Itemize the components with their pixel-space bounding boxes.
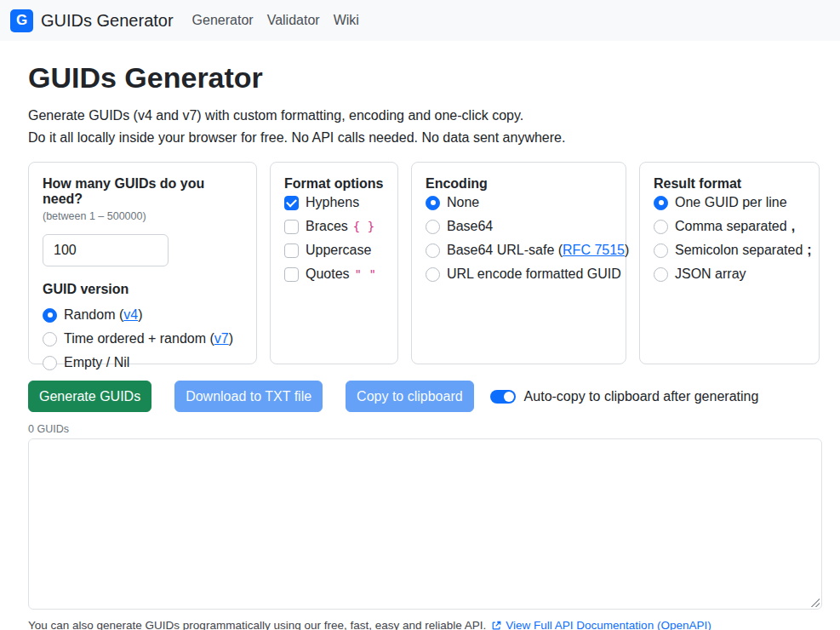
version-option-random-v4: Random (v4) xyxy=(43,307,243,323)
semicolon-symbol: ; xyxy=(807,243,811,258)
radio-comma-separated[interactable] xyxy=(654,220,668,234)
result-option-comma: Comma separated , xyxy=(654,219,805,234)
result-option-label: Comma separated xyxy=(675,219,787,234)
format-option-hyphens: Hyphens xyxy=(284,195,384,210)
format-option-label: Braces xyxy=(306,219,348,234)
result-option-semicolon: Semicolon separated ; xyxy=(654,243,805,258)
rfc-7515-link[interactable]: RFC 7515 xyxy=(563,243,625,257)
subtitle-line-2: Do it all locally inside your browser fo… xyxy=(28,127,822,149)
count-card-title: How many GUIDs do you need? xyxy=(43,176,243,207)
nav-link-validator[interactable]: Validator xyxy=(260,6,327,35)
radio-encoding-base64[interactable] xyxy=(426,220,440,234)
encoding-option-base64-urlsafe: Base64 URL-safe (RFC 7515) xyxy=(426,243,612,258)
nav-link-wiki[interactable]: Wiki xyxy=(327,6,366,35)
generate-guids-button[interactable]: Generate GUIDs xyxy=(28,381,151,412)
radio-one-guid-per-line[interactable] xyxy=(654,196,668,210)
guid-count-input[interactable] xyxy=(43,234,169,266)
format-option-uppercase: Uppercase xyxy=(284,243,384,258)
format-option-label: Uppercase xyxy=(306,243,371,258)
format-option-label: Quotes xyxy=(306,266,350,282)
result-option-json-array: JSON array xyxy=(654,266,805,282)
quotes-code-sample: " " xyxy=(355,267,376,281)
radio-encoding-url-encode[interactable] xyxy=(426,267,440,282)
nav-link-generator[interactable]: Generator xyxy=(186,6,260,35)
checkbox-hyphens[interactable] xyxy=(284,196,299,210)
encoding-option-base64: Base64 xyxy=(426,219,612,234)
result-option-label: JSON array xyxy=(675,266,746,282)
guids-output-textarea[interactable] xyxy=(28,438,822,610)
api-docs-link[interactable]: View Full API Documentation (OpenAPI) xyxy=(506,619,711,630)
textarea-resize-grip[interactable] xyxy=(810,598,820,607)
version-option-label: Random (v4) xyxy=(64,307,142,323)
encoding-option-url-encode: URL encode formatted GUID xyxy=(426,266,612,282)
result-option-label: Semicolon separated xyxy=(675,243,803,258)
page-title: GUIDs Generator xyxy=(28,61,822,94)
radio-empty-nil[interactable] xyxy=(43,356,57,370)
actions-row: Generate GUIDs Download to TXT file Copy… xyxy=(28,381,822,412)
radio-time-ordered-v7[interactable] xyxy=(43,332,57,346)
format-option-label: Hyphens xyxy=(306,195,359,210)
checkbox-quotes[interactable] xyxy=(284,267,299,282)
version-option-label: Empty / Nil xyxy=(64,355,129,370)
autocopy-toggle-label: Auto-copy to clipboard after generating xyxy=(524,389,759,404)
output-wrapper xyxy=(28,438,822,610)
checkbox-braces[interactable] xyxy=(284,220,299,234)
brand-link[interactable]: G GUIDs Generator xyxy=(10,9,174,32)
encoding-option-label: URL encode formatted GUID xyxy=(447,266,621,282)
format-options-title: Format options xyxy=(284,176,384,192)
brand-title: GUIDs Generator xyxy=(41,11,174,31)
result-option-per-line: One GUID per line xyxy=(654,195,805,210)
count-card: How many GUIDs do you need? (between 1 –… xyxy=(28,162,257,364)
options-cards-row: How many GUIDs do you need? (between 1 –… xyxy=(28,162,822,364)
version-option-label: Time ordered + random (v7) xyxy=(64,331,233,346)
encoding-title: Encoding xyxy=(426,176,612,192)
api-footnote: You can also generate GUIDs programmatic… xyxy=(28,619,822,630)
format-option-quotes: Quotes " " xyxy=(284,266,384,282)
count-range-hint: (between 1 – 500000) xyxy=(43,210,243,222)
version-option-empty-nil: Empty / Nil xyxy=(43,355,243,370)
brand-logo-icon: G xyxy=(10,9,33,32)
nav-links: Generator Validator Wiki xyxy=(186,6,366,35)
page-subtitle: Generate GUIDs (v4 and v7) with custom f… xyxy=(28,105,822,149)
result-option-label: One GUID per line xyxy=(675,195,787,210)
guid-version-title: GUID version xyxy=(43,282,243,297)
comma-symbol: , xyxy=(791,219,795,234)
radio-semicolon-separated[interactable] xyxy=(654,243,668,258)
main-content: GUIDs Generator Generate GUIDs (v4 and v… xyxy=(0,41,840,630)
radio-random-v4[interactable] xyxy=(43,308,57,323)
encoding-option-label: Base64 URL-safe (RFC 7515) xyxy=(447,243,629,258)
autocopy-toggle[interactable] xyxy=(490,390,516,404)
api-footnote-text: You can also generate GUIDs programmatic… xyxy=(28,619,486,630)
download-txt-button[interactable]: Download to TXT file xyxy=(174,381,323,412)
v7-link[interactable]: v7 xyxy=(214,331,229,346)
format-options-card: Format options Hyphens Braces { } Upperc… xyxy=(270,162,398,364)
copy-to-clipboard-button[interactable]: Copy to clipboard xyxy=(346,381,474,412)
radio-json-array[interactable] xyxy=(654,267,668,282)
version-option-time-ordered-v7: Time ordered + random (v7) xyxy=(43,331,243,346)
external-link-icon xyxy=(491,620,502,630)
encoding-option-label: Base64 xyxy=(447,219,493,234)
subtitle-line-1: Generate GUIDs (v4 and v7) with custom f… xyxy=(28,105,822,127)
navbar: G GUIDs Generator Generator Validator Wi… xyxy=(0,0,840,41)
guid-count-status: 0 GUIDs xyxy=(28,423,822,435)
radio-encoding-none[interactable] xyxy=(426,196,440,210)
braces-code-sample: { } xyxy=(353,220,374,233)
format-option-braces: Braces { } xyxy=(284,219,384,234)
radio-encoding-base64-urlsafe[interactable] xyxy=(426,243,440,258)
encoding-option-label: None xyxy=(447,195,479,210)
v4-link[interactable]: v4 xyxy=(123,307,138,322)
result-format-card: Result format One GUID per line Comma se… xyxy=(639,162,820,364)
checkbox-uppercase[interactable] xyxy=(284,243,299,258)
encoding-option-none: None xyxy=(426,195,612,210)
result-format-title: Result format xyxy=(654,176,805,192)
encoding-card: Encoding None Base64 Base64 URL-safe (RF… xyxy=(411,162,626,364)
